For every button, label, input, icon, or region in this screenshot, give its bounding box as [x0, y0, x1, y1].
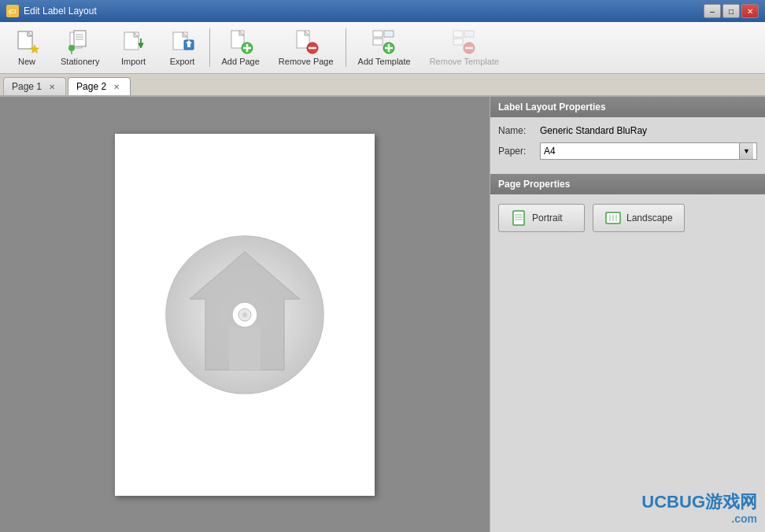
- tab-page2-label: Page 2: [76, 81, 106, 92]
- landscape-icon: [604, 209, 622, 227]
- svg-rect-7: [74, 31, 86, 46]
- right-panel: Label Layout Properties Name: Generic St…: [490, 97, 765, 532]
- window-controls: – □ ✕: [704, 4, 759, 18]
- title-bar: 🏷 Edit Label Layout – □ ✕: [0, 0, 765, 22]
- portrait-button[interactable]: Portrait: [498, 204, 585, 232]
- name-row: Name: Generic Standard BluRay: [498, 125, 757, 136]
- tab-page2[interactable]: Page 2 ✕: [68, 77, 131, 95]
- minimize-button[interactable]: –: [704, 4, 721, 18]
- svg-rect-39: [464, 31, 474, 37]
- paper-select[interactable]: A4 ▼: [540, 142, 757, 160]
- add-template-icon: [371, 29, 397, 54]
- page-properties-header: Page Properties: [490, 174, 765, 194]
- window-title: Edit Label Layout: [24, 6, 704, 17]
- name-label: Name:: [498, 125, 534, 136]
- separator-2: [346, 28, 346, 67]
- svg-rect-38: [453, 39, 463, 45]
- canvas-area[interactable]: [0, 97, 490, 532]
- add-page-button[interactable]: Add Page: [213, 25, 268, 70]
- portrait-label: Portrait: [532, 212, 563, 224]
- import-icon: [121, 29, 146, 54]
- main-content-area: Page 1 ✕ Page 2 ✕: [0, 74, 765, 532]
- layout-properties-content: Name: Generic Standard BluRay Paper: A4 …: [490, 117, 765, 174]
- export-button[interactable]: Export: [159, 25, 206, 70]
- add-template-label: Add Template: [358, 57, 411, 66]
- add-template-button[interactable]: Add Template: [349, 25, 419, 70]
- separator-1: [209, 28, 210, 67]
- app-icon: 🏷: [6, 5, 19, 17]
- tab-bar: Page 1 ✕ Page 2 ✕: [0, 74, 765, 97]
- landscape-button[interactable]: Landscape: [593, 204, 685, 232]
- tab-page2-close[interactable]: ✕: [111, 81, 122, 92]
- import-button[interactable]: Import: [110, 25, 157, 70]
- svg-rect-31: [373, 31, 382, 37]
- add-page-icon: [228, 29, 253, 54]
- landscape-label: Landscape: [626, 212, 673, 224]
- svg-marker-15: [139, 43, 143, 48]
- paper-select-arrow: ▼: [739, 143, 753, 159]
- tab-page1-label: Page 1: [12, 81, 42, 92]
- new-label: New: [18, 57, 35, 66]
- remove-page-label: Remove Page: [279, 57, 334, 66]
- add-page-label: Add Page: [222, 57, 260, 66]
- maximize-button[interactable]: □: [722, 4, 740, 18]
- stationery-icon: [68, 29, 93, 54]
- svg-rect-21: [187, 43, 190, 47]
- export-label: Export: [170, 57, 195, 66]
- remove-page-icon: [294, 29, 319, 54]
- tab-page1-close[interactable]: ✕: [46, 81, 57, 92]
- toolbar: New Stationery I: [0, 22, 765, 74]
- svg-rect-46: [229, 327, 261, 370]
- stationery-button[interactable]: Stationery: [52, 25, 109, 70]
- new-button[interactable]: New: [3, 25, 50, 70]
- remove-template-icon: [452, 29, 477, 54]
- tab-page1[interactable]: Page 1 ✕: [3, 77, 66, 95]
- page-canvas: [115, 134, 375, 496]
- paper-row: Paper: A4 ▼: [498, 142, 757, 160]
- svg-rect-50: [513, 211, 524, 225]
- svg-rect-37: [453, 31, 463, 37]
- close-button[interactable]: ✕: [741, 4, 759, 18]
- remove-page-button[interactable]: Remove Page: [270, 25, 342, 70]
- layout-properties-header: Label Layout Properties: [490, 97, 765, 117]
- svg-point-49: [242, 312, 247, 317]
- remove-template-label: Remove Template: [430, 57, 499, 66]
- new-icon: [14, 29, 39, 54]
- page-properties-content: Portrait Landscape: [490, 194, 765, 242]
- cd-label-svg: [162, 232, 327, 397]
- paper-select-value: A4: [544, 146, 739, 157]
- paper-label: Paper:: [498, 146, 534, 157]
- svg-point-11: [68, 45, 75, 51]
- export-icon: [170, 29, 195, 54]
- import-label: Import: [121, 57, 146, 66]
- portrait-icon: [510, 209, 527, 227]
- svg-rect-33: [384, 31, 394, 37]
- remove-template-button[interactable]: Remove Template: [421, 25, 508, 70]
- stationery-label: Stationery: [61, 57, 100, 66]
- main-area: Label Layout Properties Name: Generic St…: [0, 97, 765, 532]
- svg-rect-32: [373, 39, 382, 45]
- name-value: Generic Standard BluRay: [540, 125, 647, 136]
